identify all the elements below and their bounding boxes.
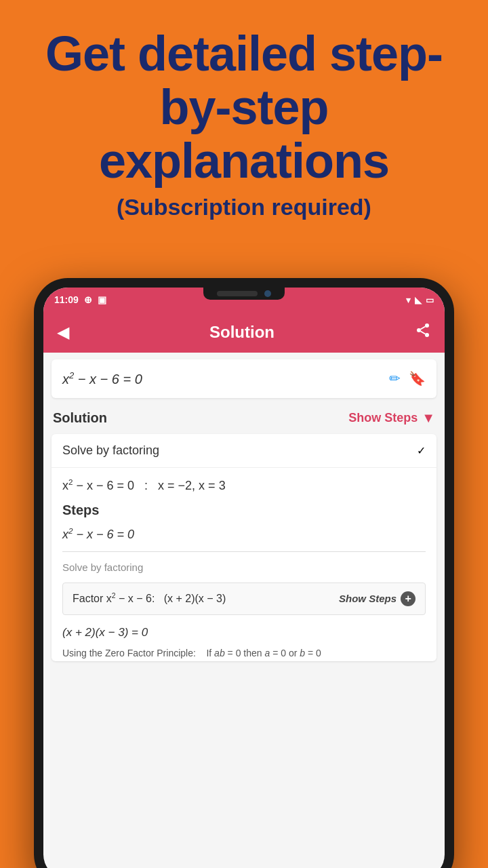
phone-body: 11:09 ⊕ ▣ ▾ ◣ ▭ ◀ Solution	[34, 278, 454, 868]
plus-icon: +	[401, 591, 415, 606]
subscription-note: (Subscription required)	[27, 194, 461, 220]
solve-result: x2 − x − 6 = 0 : x = −2, x = 3	[52, 468, 436, 496]
status-left: 11:09 ⊕ ▣	[54, 294, 106, 305]
zero-product-eq: (x + 2)(x − 3) = 0	[62, 620, 426, 645]
solution-header: Solution Show Steps ▼	[43, 405, 445, 431]
solve-method-title: Solve by factoring	[62, 443, 159, 458]
steps-title: Steps	[62, 496, 426, 522]
svg-line-4	[421, 327, 426, 330]
wifi-icon: ▾	[406, 295, 411, 305]
factor-box: Factor x2 − x − 6: (x + 2)(x − 3) Show S…	[62, 583, 426, 615]
equation-display: x2 − x − 6 = 0	[62, 370, 142, 387]
zero-factor-text: Using the Zero Factor Principle: If ab =…	[62, 645, 426, 661]
show-steps-inline-label: Show Steps	[339, 593, 396, 604]
status-right: ▾ ◣ ▭	[406, 295, 434, 305]
chevron-down-icon: ▼	[422, 410, 435, 426]
show-steps-label: Show Steps	[348, 411, 418, 425]
back-button[interactable]: ◀	[57, 323, 69, 342]
phone-camera	[264, 290, 271, 297]
battery-icon: ▭	[426, 295, 434, 305]
factor-show-steps[interactable]: Show Steps +	[339, 591, 415, 606]
promo-header: Get detailed step-by-step explanations (…	[0, 0, 488, 234]
svg-point-1	[417, 328, 421, 332]
app-bar: ◀ Solution	[43, 312, 445, 353]
equation-actions: ✏ 🔖	[389, 370, 426, 387]
step1-equation: x2 − x − 6 = 0	[62, 522, 426, 546]
solution-card: Solve by factoring ✓ x2 − x − 6 = 0 : x …	[52, 434, 436, 661]
equation-box: x2 − x − 6 = 0 ✏ 🔖	[52, 359, 436, 398]
factor-text: Factor x2 − x − 6: (x + 2)(x − 3)	[73, 592, 226, 605]
location-icon: ⊕	[84, 294, 92, 305]
phone-notch	[203, 288, 285, 300]
solution-label: Solution	[53, 410, 107, 426]
collapse-icon[interactable]: ✓	[417, 444, 426, 457]
app-bar-title: Solution	[209, 323, 274, 342]
phone-mockup: 11:09 ⊕ ▣ ▾ ◣ ▭ ◀ Solution	[34, 278, 454, 868]
steps-section: Steps x2 − x − 6 = 0 Solve by factoring …	[52, 496, 436, 661]
sim-icon: ▣	[98, 294, 106, 305]
svg-point-2	[425, 333, 429, 337]
solve-method-header: Solve by factoring ✓	[52, 434, 436, 468]
edit-button[interactable]: ✏	[389, 370, 401, 387]
phone-speaker	[217, 291, 258, 296]
divider-1	[62, 551, 426, 552]
signal-icon: ◣	[415, 295, 422, 305]
headline-text: Get detailed step-by-step explanations	[27, 27, 461, 189]
show-steps-button[interactable]: Show Steps ▼	[348, 410, 435, 426]
status-time: 11:09	[54, 294, 79, 305]
solve-by-label: Solve by factoring	[62, 557, 426, 577]
svg-point-0	[425, 323, 429, 328]
share-button[interactable]	[415, 322, 431, 342]
bookmark-button[interactable]: 🔖	[409, 370, 426, 387]
svg-line-3	[421, 332, 426, 334]
phone-screen: 11:09 ⊕ ▣ ▾ ◣ ▭ ◀ Solution	[43, 288, 445, 868]
